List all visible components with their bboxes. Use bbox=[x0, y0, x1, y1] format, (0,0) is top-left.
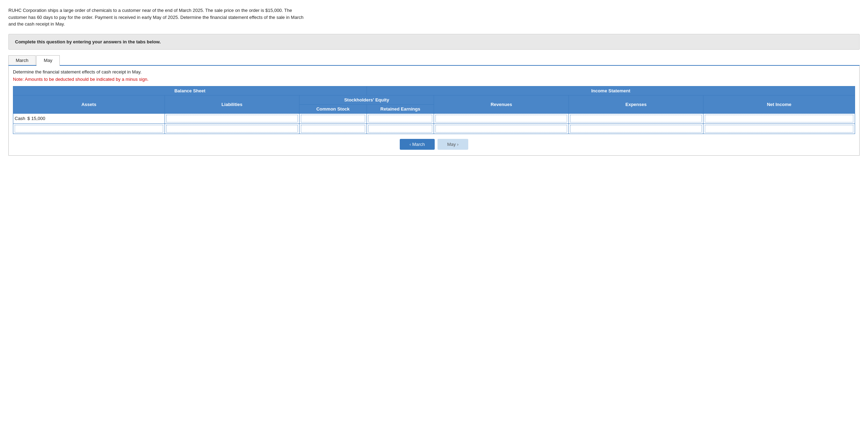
asset-label-1: Cash bbox=[15, 116, 25, 121]
may-label: May bbox=[447, 142, 456, 147]
may-chevron: › bbox=[457, 142, 458, 147]
net-income-input-1[interactable] bbox=[705, 115, 853, 122]
liabilities-input-2[interactable] bbox=[166, 125, 298, 133]
common-stock-header: Common Stock bbox=[299, 104, 367, 113]
retained-earnings-input-2[interactable] bbox=[368, 125, 433, 133]
liabilities-input-1[interactable] bbox=[166, 115, 298, 122]
financial-table: Balance Sheet Income Statement Assets Li… bbox=[13, 86, 855, 134]
stockholders-equity-header: Stockholders' Equity bbox=[299, 95, 434, 104]
revenues-header: Revenues bbox=[434, 95, 569, 113]
revenues-input-cell-2[interactable] bbox=[434, 123, 569, 134]
balance-sheet-header: Balance Sheet bbox=[13, 86, 367, 95]
net-income-input-2[interactable] bbox=[705, 125, 853, 133]
common-stock-input-cell-1[interactable] bbox=[299, 113, 367, 123]
asset-cell-2[interactable] bbox=[13, 123, 165, 134]
retained-earnings-header: Retained Earnings bbox=[367, 104, 434, 113]
note-red: Note: Amounts to be deducted should be i… bbox=[13, 77, 855, 82]
liabilities-input-cell-2[interactable] bbox=[165, 123, 299, 134]
revenues-input-2[interactable] bbox=[435, 125, 567, 133]
expenses-header: Expenses bbox=[569, 95, 703, 113]
content-area: Determine the financial statement effect… bbox=[8, 66, 860, 156]
asset-value-1: 15,000 bbox=[31, 116, 45, 121]
common-stock-input-cell-2[interactable] bbox=[299, 123, 367, 134]
table-row: Cash $ 15,000 bbox=[13, 113, 855, 123]
expenses-input-cell-2[interactable] bbox=[569, 123, 703, 134]
liabilities-input-cell-1[interactable] bbox=[165, 113, 299, 123]
revenues-input-cell-1[interactable] bbox=[434, 113, 569, 123]
expenses-input-cell-1[interactable] bbox=[569, 113, 703, 123]
assets-header: Assets bbox=[13, 95, 165, 113]
march-chevron: ‹ bbox=[410, 142, 411, 147]
net-income-header: Net Income bbox=[703, 95, 855, 113]
asset-cell-1: Cash $ 15,000 bbox=[13, 113, 165, 123]
march-button[interactable]: ‹ March bbox=[400, 139, 435, 150]
description-text: RUHC Corporation ships a large order of … bbox=[8, 7, 309, 28]
tabs-row: March May bbox=[8, 55, 860, 66]
asset-dollar-1: $ bbox=[27, 116, 30, 121]
revenues-input-1[interactable] bbox=[435, 115, 567, 122]
asset-input-2[interactable] bbox=[15, 125, 163, 133]
note-text: Determine the financial statement effect… bbox=[13, 69, 855, 75]
retained-earnings-input-cell-1[interactable] bbox=[367, 113, 434, 123]
liabilities-header: Liabilities bbox=[165, 95, 299, 113]
tab-may[interactable]: May bbox=[36, 55, 60, 66]
section-header-row: Balance Sheet Income Statement bbox=[13, 86, 855, 95]
nav-buttons: ‹ March May › bbox=[13, 139, 855, 150]
retained-earnings-input-cell-2[interactable] bbox=[367, 123, 434, 134]
common-stock-input-2[interactable] bbox=[301, 125, 365, 133]
common-stock-input-1[interactable] bbox=[301, 115, 365, 122]
instruction-box: Complete this question by entering your … bbox=[8, 34, 860, 50]
net-income-input-cell-2[interactable] bbox=[703, 123, 855, 134]
table-row bbox=[13, 123, 855, 134]
sub-header-row-1: Assets Liabilities Stockholders' Equity … bbox=[13, 95, 855, 104]
may-button[interactable]: May › bbox=[437, 139, 468, 150]
expenses-input-2[interactable] bbox=[570, 125, 702, 133]
march-label: March bbox=[412, 142, 425, 147]
retained-earnings-input-1[interactable] bbox=[368, 115, 433, 122]
instruction-text: Complete this question by entering your … bbox=[15, 39, 161, 44]
tab-march[interactable]: March bbox=[8, 55, 36, 65]
income-statement-header: Income Statement bbox=[367, 86, 855, 95]
net-income-input-cell-1[interactable] bbox=[703, 113, 855, 123]
expenses-input-1[interactable] bbox=[570, 115, 702, 122]
